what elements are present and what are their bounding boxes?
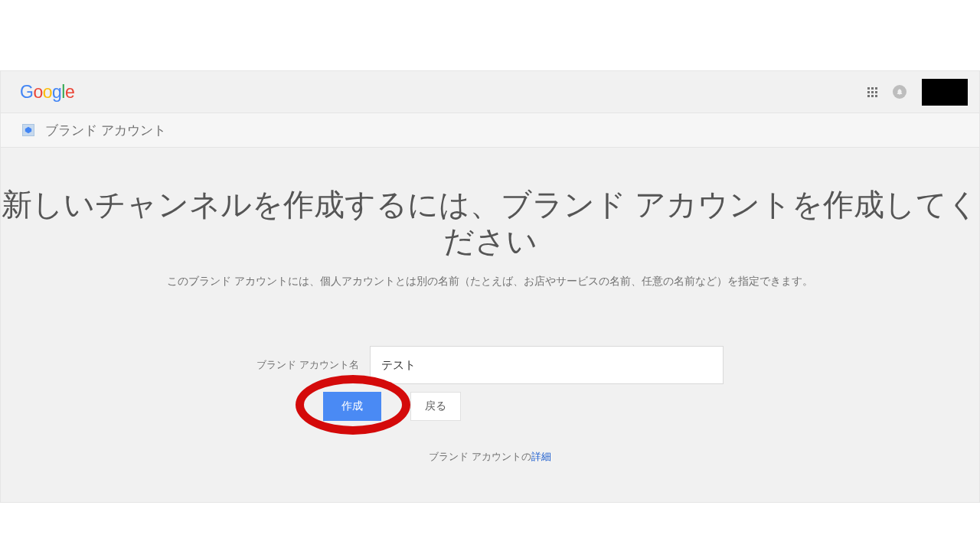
google-logo[interactable]: Google xyxy=(20,82,74,103)
brand-account-icon xyxy=(22,124,34,136)
button-row: 作成 戻る xyxy=(323,392,979,421)
topbar: Google xyxy=(1,71,979,113)
footer-text: ブランド アカウントの詳細 xyxy=(1,450,979,464)
page-subtext: このブランド アカウントには、個人アカウントとは別の名前（たとえば、お店やサービ… xyxy=(1,275,979,289)
breadcrumb: ブランド アカウント xyxy=(1,113,979,148)
footer-details-link[interactable]: 詳細 xyxy=(531,451,551,462)
account-avatar[interactable] xyxy=(922,79,968,106)
breadcrumb-label: ブランド アカウント xyxy=(45,122,166,139)
form-row: ブランド アカウント名 xyxy=(1,346,979,384)
topbar-right xyxy=(867,79,968,106)
notifications-icon[interactable] xyxy=(893,85,906,99)
footer-prefix: ブランド アカウントの xyxy=(429,451,531,462)
back-button[interactable]: 戻る xyxy=(410,392,461,421)
content-area: 新しいチャンネルを作成するには、ブランド アカウントを作成してください このブラ… xyxy=(1,148,979,502)
create-button[interactable]: 作成 xyxy=(323,392,381,421)
page-container: Google ブランド アカウント 新しいチャンネルを作成するには、ブランド ア… xyxy=(0,70,980,503)
brand-account-name-label: ブランド アカウント名 xyxy=(256,358,359,372)
page-heading: 新しいチャンネルを作成するには、ブランド アカウントを作成してください xyxy=(1,148,979,259)
apps-grid-icon[interactable] xyxy=(867,87,877,97)
brand-account-name-input[interactable] xyxy=(370,346,724,384)
